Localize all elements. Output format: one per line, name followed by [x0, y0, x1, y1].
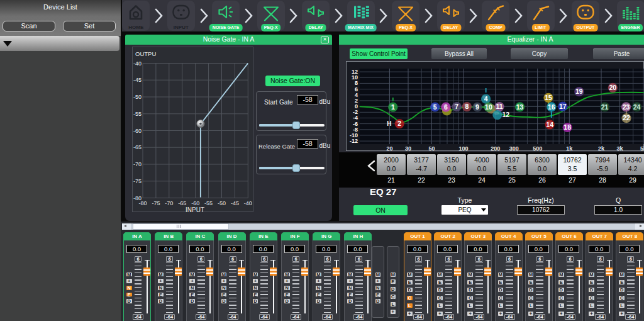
svg-text:22: 22	[623, 114, 630, 121]
svg-text:-10: -10	[350, 132, 358, 138]
svg-text:8: 8	[355, 80, 358, 86]
svg-text:-12: -12	[350, 138, 358, 144]
svg-text:20: 20	[386, 145, 392, 152]
svg-text:14: 14	[546, 121, 553, 128]
svg-text:19: 19	[575, 87, 583, 95]
svg-text:-40: -40	[133, 60, 142, 67]
svg-text:2: 2	[397, 120, 401, 127]
svg-text:-75: -75	[152, 200, 160, 206]
svg-text:2k: 2k	[598, 145, 605, 152]
svg-text:5: 5	[433, 103, 437, 111]
svg-text:21: 21	[601, 103, 609, 111]
svg-text:18: 18	[564, 123, 571, 131]
svg-text:6: 6	[355, 86, 358, 93]
svg-text:INPUT: INPUT	[186, 206, 204, 213]
svg-text:-75: -75	[133, 178, 142, 184]
svg-text:-8: -8	[353, 127, 358, 133]
svg-text:11: 11	[496, 103, 503, 110]
svg-text:-2: -2	[353, 109, 358, 115]
svg-text:H: H	[387, 120, 391, 127]
svg-text:500: 500	[533, 145, 542, 152]
svg-text:OUTPU: OUTPU	[135, 50, 156, 57]
svg-text:-60: -60	[133, 128, 142, 134]
svg-text:4: 4	[484, 95, 488, 103]
svg-text:-70: -70	[133, 161, 142, 167]
svg-text:12: 12	[502, 111, 509, 118]
svg-text:13: 13	[516, 103, 524, 111]
svg-text:10: 10	[352, 74, 358, 81]
svg-text:-60: -60	[191, 200, 199, 206]
svg-text:1k: 1k	[566, 145, 573, 152]
svg-text:-45: -45	[231, 200, 239, 206]
svg-text:100: 100	[458, 145, 468, 152]
svg-text:7: 7	[455, 103, 458, 110]
svg-text:15: 15	[545, 94, 552, 101]
svg-text:12: 12	[352, 69, 358, 75]
svg-text:6: 6	[444, 103, 448, 111]
svg-text:5k: 5k	[640, 145, 644, 152]
svg-text:16: 16	[548, 103, 555, 111]
svg-text:-65: -65	[178, 200, 186, 206]
svg-text:2: 2	[355, 98, 358, 104]
svg-text:17: 17	[559, 103, 567, 110]
svg-text:8: 8	[465, 103, 469, 110]
svg-text:200: 200	[491, 145, 500, 152]
svg-text:1: 1	[391, 103, 395, 111]
svg-text:-45: -45	[133, 77, 142, 83]
svg-text:50: 50	[428, 145, 435, 152]
svg-text:-55: -55	[204, 200, 213, 206]
svg-text:-70: -70	[165, 200, 173, 206]
svg-text:-4: -4	[353, 115, 358, 121]
svg-text:-50: -50	[133, 94, 142, 100]
svg-text:9: 9	[475, 103, 479, 111]
svg-text:-50: -50	[218, 200, 226, 206]
svg-text:-6: -6	[353, 121, 358, 127]
svg-text:3k: 3k	[617, 145, 624, 152]
svg-text:-40: -40	[244, 200, 252, 206]
svg-text:30: 30	[405, 145, 411, 152]
svg-text:10: 10	[485, 103, 492, 111]
svg-text:-65: -65	[133, 144, 142, 150]
svg-text:-55: -55	[133, 111, 142, 117]
svg-text:24: 24	[633, 103, 641, 111]
svg-text:4: 4	[355, 92, 358, 98]
svg-text:20: 20	[609, 84, 616, 91]
svg-text:23: 23	[623, 103, 630, 111]
svg-text:300: 300	[509, 145, 519, 152]
svg-text:-80: -80	[138, 200, 147, 206]
svg-text:0: 0	[355, 103, 358, 110]
